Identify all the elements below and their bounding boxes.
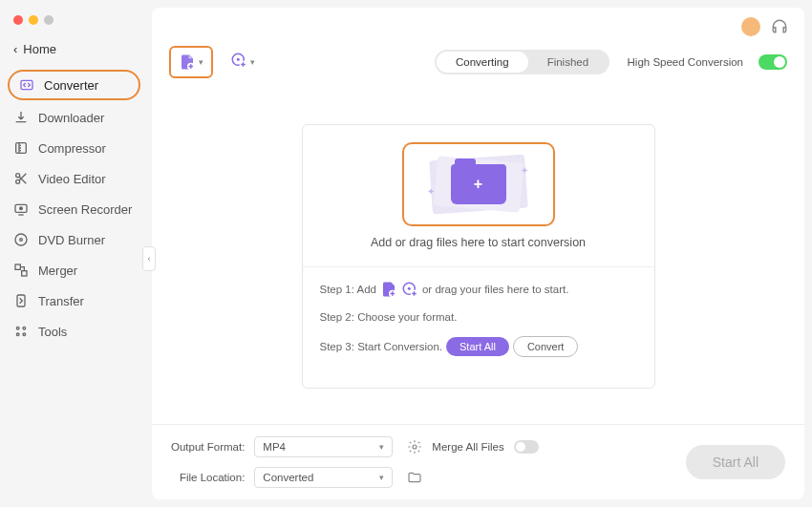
folder-add-icon: + [451, 164, 506, 204]
sidebar-item-label: Compressor [38, 141, 106, 156]
home-label: Home [23, 42, 56, 56]
sidebar-item-downloader[interactable]: Downloader [0, 102, 148, 133]
merger-icon [13, 263, 29, 278]
main-area: ▾ ▾ Converting Finished High Speed Conve… [152, 8, 804, 499]
convert-pill[interactable]: Convert [513, 336, 579, 357]
sidebar-item-video-editor[interactable]: Video Editor [0, 163, 148, 194]
sidebar-item-label: Converter [44, 78, 98, 93]
svg-rect-8 [15, 264, 20, 269]
sidebar-item-label: DVD Burner [38, 233, 105, 247]
editor-icon [13, 171, 29, 186]
footer: Output Format: MP4 ▾ Merge All Files Sta… [152, 424, 804, 499]
disc-add-icon [230, 52, 247, 73]
support-icon[interactable] [770, 17, 789, 36]
dropzone-text: Add or drag files here to start conversi… [303, 236, 654, 249]
sidebar-item-label: Transfer [38, 294, 84, 308]
caret-down-icon: ▾ [250, 57, 255, 67]
close-window-icon[interactable] [13, 15, 23, 25]
disc-add-icon [401, 281, 418, 298]
svg-point-11 [16, 327, 19, 329]
svg-point-17 [237, 58, 240, 61]
main-header [152, 8, 804, 40]
svg-point-12 [23, 327, 26, 329]
dropzone[interactable]: ✦ ✦ + Add or drag files here to start co… [302, 124, 655, 389]
merge-all-label: Merge All Files [432, 441, 503, 453]
sidebar-item-label: Screen Recorder [38, 202, 132, 217]
settings-gear-icon[interactable] [407, 439, 422, 454]
start-all-pill[interactable]: Start All [446, 337, 509, 356]
svg-point-5 [20, 207, 23, 210]
sidebar-item-transfer[interactable]: Transfer [0, 285, 148, 316]
tab-finished[interactable]: Finished [528, 52, 608, 73]
sidebar-item-dvd-burner[interactable]: DVD Burner [0, 224, 148, 255]
svg-point-21 [408, 286, 411, 289]
converter-icon [19, 77, 34, 93]
toolbar: ▾ ▾ Converting Finished High Speed Conve… [152, 40, 804, 88]
tools-icon [13, 324, 29, 339]
high-speed-label: High Speed Conversion [628, 56, 743, 68]
file-location-label: File Location: [171, 472, 245, 483]
file-location-select[interactable]: Converted ▾ [254, 467, 393, 488]
svg-rect-10 [17, 295, 25, 306]
dvd-icon [13, 232, 29, 247]
compressor-icon [13, 140, 29, 156]
svg-point-14 [23, 333, 26, 336]
step-2: Step 2: Choose your format. [320, 311, 637, 323]
sidebar-item-label: Downloader [38, 111, 104, 125]
open-folder-icon[interactable] [407, 470, 422, 485]
svg-point-7 [20, 239, 23, 242]
content: ✦ ✦ + Add or drag files here to start co… [152, 88, 804, 424]
sidebar-item-label: Tools [38, 325, 67, 339]
output-format-label: Output Format: [171, 441, 245, 453]
sidebar-item-converter[interactable]: Converter [8, 70, 140, 100]
downloader-icon [13, 110, 29, 125]
steps: Step 1: Add or drag your files here to s… [303, 266, 654, 374]
transfer-icon [13, 293, 29, 308]
caret-down-icon: ▾ [379, 473, 384, 482]
svg-rect-9 [22, 271, 27, 276]
sidebar-item-compressor[interactable]: Compressor [0, 133, 148, 163]
minimize-window-icon[interactable] [29, 15, 38, 25]
step-3: Step 3: Start Conversion. Start All Conv… [320, 336, 637, 357]
high-speed-toggle[interactable] [759, 54, 787, 70]
step-1: Step 1: Add or drag your files here to s… [320, 281, 637, 298]
tab-converting[interactable]: Converting [437, 52, 528, 73]
step-text: or drag your files here to start. [422, 284, 568, 295]
sidebar: ‹ Home Converter Downloader Compressor V… [0, 0, 148, 507]
start-all-button[interactable]: Start All [686, 445, 785, 479]
sidebar-item-label: Video Editor [38, 172, 106, 186]
sparkle-icon: ✦ [427, 186, 435, 197]
step-text: Step 3: Start Conversion. [320, 341, 442, 352]
add-file-button[interactable]: ▾ [169, 46, 213, 78]
sidebar-item-merger[interactable]: Merger [0, 255, 148, 285]
add-disc-button[interactable]: ▾ [223, 46, 263, 78]
window-controls [0, 8, 148, 36]
svg-point-13 [16, 333, 19, 336]
svg-point-23 [413, 445, 417, 449]
sparkle-icon: ✦ [521, 165, 528, 176]
chevron-left-icon: ‹ [13, 42, 17, 56]
collapse-sidebar-button[interactable]: ‹ [142, 246, 156, 271]
sidebar-item-tools[interactable]: Tools [0, 316, 148, 347]
file-add-icon [179, 53, 196, 71]
select-value: MP4 [263, 441, 286, 453]
select-value: Converted [263, 472, 313, 483]
home-link[interactable]: ‹ Home [0, 36, 148, 68]
file-add-icon [380, 281, 397, 298]
tabs: Converting Finished [435, 50, 609, 74]
merge-all-toggle[interactable] [514, 440, 539, 454]
output-format-select[interactable]: MP4 ▾ [254, 436, 393, 457]
sidebar-item-screen-recorder[interactable]: Screen Recorder [0, 194, 148, 224]
avatar[interactable] [741, 17, 760, 36]
svg-point-6 [15, 234, 27, 245]
step-text: Step 1: Add [320, 284, 376, 295]
caret-down-icon: ▾ [199, 57, 203, 67]
caret-down-icon: ▾ [379, 442, 384, 452]
maximize-window-icon[interactable] [44, 15, 53, 25]
sidebar-item-label: Merger [38, 264, 77, 278]
recorder-icon [13, 201, 29, 217]
drop-visual[interactable]: ✦ ✦ + [402, 142, 555, 226]
